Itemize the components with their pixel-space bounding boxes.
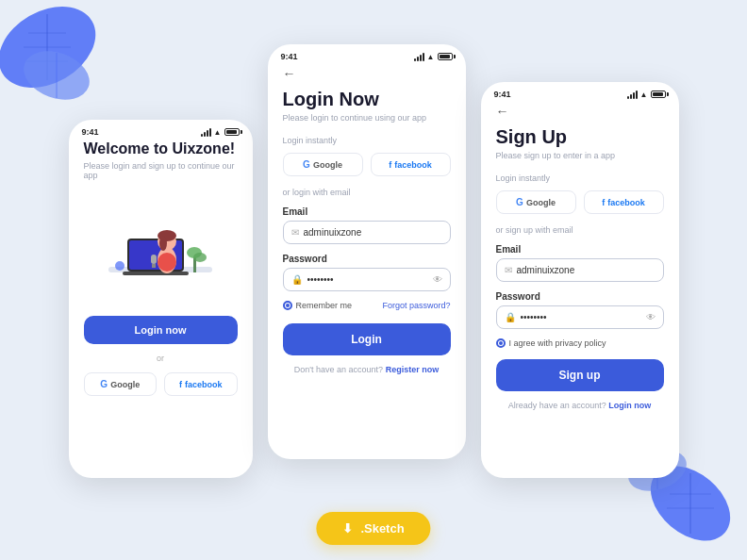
svg-point-21 (158, 253, 176, 272)
status-icons-center: ▲ (414, 53, 453, 61)
facebook-icon-left: f (179, 380, 182, 389)
svg-rect-25 (151, 255, 157, 264)
signal-icon-center (414, 53, 424, 61)
battery-icon-right (651, 91, 666, 98)
svg-rect-26 (152, 264, 156, 268)
agree-radio[interactable] (496, 338, 506, 348)
signal-icon-left (201, 128, 211, 137)
signup-button[interactable]: Sign up (496, 359, 664, 391)
email-input-wrapper-right: ✉ (496, 258, 664, 282)
login-button[interactable]: Login (283, 323, 451, 355)
signup-title: Sign Up (496, 126, 664, 148)
signup-subtitle: Please sign up to enter in a app (496, 151, 664, 160)
register-link[interactable]: Register now (386, 365, 440, 374)
status-bar-left: 9:41 ▲ (69, 120, 253, 140)
facebook-button-left[interactable]: f facebook (164, 372, 238, 396)
social-buttons-right: G Google f facebook (496, 190, 664, 214)
status-time-center: 9:41 (281, 52, 298, 61)
google-label-right: Google (526, 198, 556, 207)
divider-label-right: or sign up with email (496, 225, 664, 235)
email-icon-right: ✉ (505, 265, 512, 275)
social-buttons-left: G Google f facebook (84, 372, 238, 396)
left-phone-content: Welcome to Uixzone! Please login and sig… (69, 140, 253, 411)
lock-icon-right: 🔒 (505, 312, 516, 322)
google-button-left[interactable]: G Google (84, 372, 158, 396)
password-input[interactable] (307, 274, 433, 285)
google-icon-right: G (516, 197, 523, 207)
welcome-title: Welcome to Uixzone! (84, 140, 238, 157)
password-field-label: Password (283, 254, 451, 264)
status-time-right: 9:41 (494, 90, 511, 99)
bottom-text-center: Don't have an account? Register now (283, 365, 451, 374)
right-phone-content: ← Sign Up Please sign up to enter in a a… (481, 103, 679, 425)
or-divider: or (84, 354, 238, 363)
illustration (84, 191, 238, 305)
eye-icon-right[interactable]: 👁 (646, 312, 656, 322)
email-field-label-right: Email (496, 244, 664, 255)
remember-radio[interactable] (283, 301, 292, 310)
login-link[interactable]: Login now (608, 401, 651, 410)
svg-point-24 (193, 253, 207, 262)
email-input-wrapper: ✉ (283, 221, 451, 244)
email-icon: ✉ (291, 227, 299, 238)
eye-icon[interactable]: 👁 (433, 274, 442, 285)
battery-icon-left (224, 128, 240, 136)
phone-right: 9:41 ▲ ← Sign Up Please sign up to enter… (481, 82, 679, 478)
sketch-download-button[interactable]: ⬇ .Sketch (316, 512, 430, 545)
login-instantly-label-right: Login instantly (496, 173, 664, 183)
battery-icon-center (438, 53, 453, 60)
screens-container: 9:41 ▲ Welcome to Uixzone! Please login … (69, 44, 679, 516)
google-button-center[interactable]: G Google (283, 153, 363, 176)
status-bar-right: 9:41 ▲ (481, 82, 679, 103)
status-time-left: 9:41 (82, 127, 99, 137)
password-input-right[interactable] (521, 312, 646, 322)
welcome-subtitle: Please login and sign up to continue our… (84, 161, 238, 180)
back-arrow-center[interactable]: ← (283, 66, 296, 81)
google-label-center: Google (313, 160, 342, 170)
facebook-icon-center: f (389, 160, 391, 170)
remember-left: Remember me (283, 301, 353, 310)
facebook-button-right[interactable]: f facebook (584, 190, 664, 214)
login-instantly-label: Login instantly (283, 136, 451, 145)
google-icon-center: G (303, 159, 310, 170)
status-bar-center: 9:41 ▲ (268, 44, 466, 65)
facebook-label-right: facebook (607, 198, 645, 207)
agree-row: I agree with privacy policy (496, 338, 664, 348)
login-subtitle: Please login to continue using our app (283, 113, 451, 123)
agree-label: I agree with privacy policy (509, 338, 606, 348)
wifi-icon-right: ▲ (640, 91, 648, 99)
center-phone-content: ← Login Now Please login to continue usi… (268, 65, 466, 389)
back-arrow-right[interactable]: ← (496, 104, 509, 119)
status-icons-left: ▲ (201, 128, 240, 137)
social-buttons-center: G Google f facebook (283, 153, 451, 176)
login-title: Login Now (283, 89, 451, 110)
password-input-wrapper: 🔒 👁 (283, 268, 451, 291)
email-input-right[interactable] (517, 265, 656, 275)
wifi-icon-left: ▲ (214, 128, 222, 137)
facebook-label-left: facebook (185, 380, 223, 389)
no-account-text: Don't have an account? (294, 365, 383, 374)
login-now-button[interactable]: Login now (84, 316, 238, 344)
email-input[interactable] (304, 227, 442, 238)
wifi-icon-center: ▲ (427, 53, 435, 61)
divider-label-center: or login with email (283, 188, 451, 197)
email-field-label: Email (283, 206, 451, 217)
facebook-icon-right: f (602, 198, 605, 207)
svg-point-27 (115, 261, 124, 271)
facebook-button-center[interactable]: f facebook (371, 153, 451, 176)
google-icon-left: G (100, 379, 108, 389)
remember-label: Remember me (296, 301, 353, 310)
bottom-text-right: Already have an account? Login now (496, 401, 664, 410)
sketch-btn-container: ⬇ .Sketch (316, 512, 430, 545)
signal-icon-right (627, 91, 638, 99)
svg-point-20 (159, 236, 167, 251)
have-account-text: Already have an account? (508, 401, 606, 410)
sketch-download-icon: ⬇ (342, 521, 353, 535)
svg-rect-16 (123, 272, 189, 275)
password-input-wrapper-right: 🔒 👁 (496, 305, 664, 329)
forgot-password-link[interactable]: Forgot password? (382, 301, 450, 310)
google-button-right[interactable]: G Google (496, 190, 576, 214)
phone-left: 9:41 ▲ Welcome to Uixzone! Please login … (69, 120, 253, 478)
google-label-left: Google (110, 380, 140, 389)
remember-row: Remember me Forgot password? (283, 301, 451, 310)
